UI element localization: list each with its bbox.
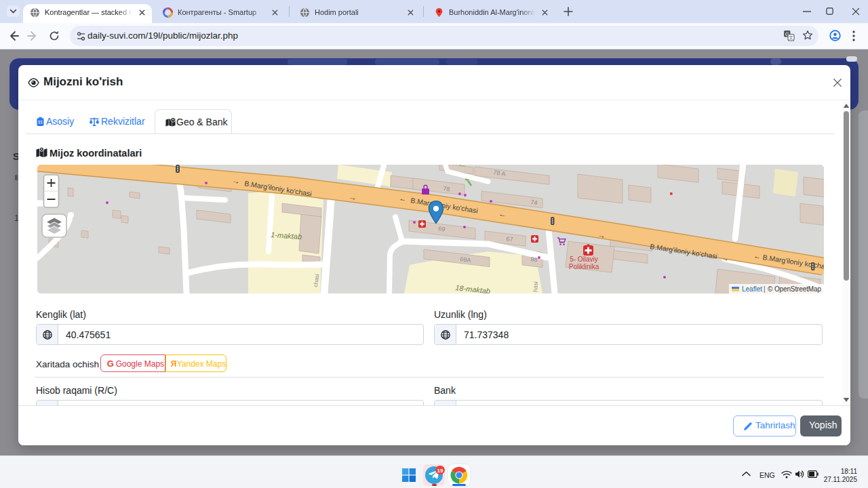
svg-text:←: ← xyxy=(399,194,408,203)
svg-text:69: 69 xyxy=(438,225,446,232)
svg-text:5- Oilaviy: 5- Oilaviy xyxy=(570,256,598,263)
svg-text:hasi: hasi xyxy=(532,281,539,292)
svg-text:→: → xyxy=(232,176,241,186)
svg-text:→: → xyxy=(721,253,730,263)
svg-text:←: ← xyxy=(498,209,507,219)
svg-text:→: → xyxy=(597,230,606,240)
svg-text:→: → xyxy=(349,192,357,202)
svg-text:|: | xyxy=(764,285,766,293)
svg-text:78: 78 xyxy=(443,185,450,192)
svg-text:文: 文 xyxy=(789,35,793,40)
svg-text:Poliklinika: Poliklinika xyxy=(569,263,599,270)
svg-text:98: 98 xyxy=(530,256,538,263)
svg-text:© OpenStreetMap: © OpenStreetMap xyxy=(768,285,821,293)
svg-text:Leaflet: Leaflet xyxy=(742,285,762,293)
svg-text:74: 74 xyxy=(530,199,538,206)
svg-text:67: 67 xyxy=(506,235,513,243)
